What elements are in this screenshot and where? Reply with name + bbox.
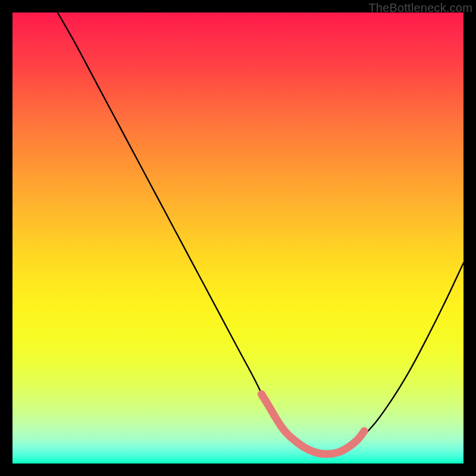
optimal-region-highlight-path — [261, 394, 364, 454]
chart-stage: TheBottleneck.com — [0, 0, 476, 476]
watermark-text: TheBottleneck.com — [368, 1, 472, 15]
curve-layer — [12, 12, 464, 464]
plot-area — [12, 12, 464, 464]
bottleneck-curve-path — [58, 12, 464, 454]
